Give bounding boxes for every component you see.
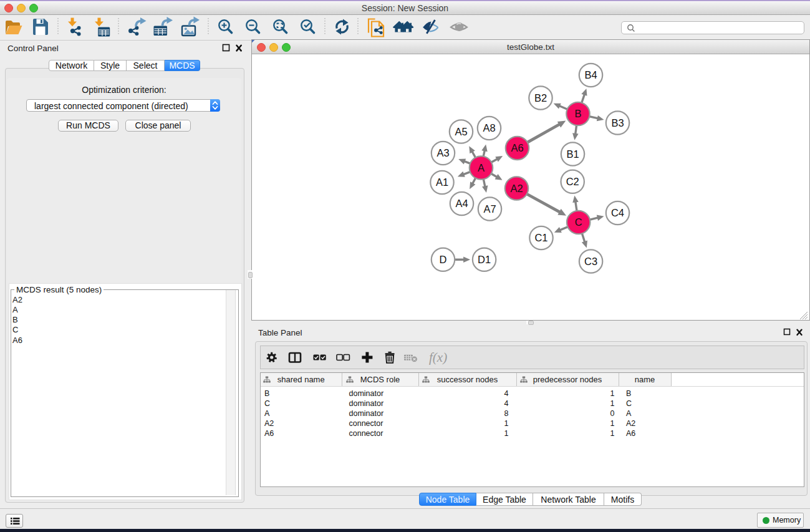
svg-text:A6: A6 <box>511 142 523 153</box>
svg-text:B4: B4 <box>584 69 597 80</box>
svg-text:B1: B1 <box>566 148 579 160</box>
svg-text:A: A <box>478 162 485 173</box>
svg-text:A4: A4 <box>455 198 468 209</box>
svg-text:C3: C3 <box>584 256 597 267</box>
svg-text:D1: D1 <box>478 254 491 265</box>
svg-text:A7: A7 <box>483 203 496 215</box>
svg-text:f(x): f(x) <box>429 350 447 365</box>
svg-text:C1: C1 <box>534 232 547 243</box>
svg-text:A3: A3 <box>436 147 449 158</box>
svg-text:D: D <box>440 254 447 265</box>
svg-text:A5: A5 <box>455 126 467 137</box>
svg-text:C2: C2 <box>566 176 579 187</box>
svg-text:C4: C4 <box>611 207 624 218</box>
svg-text:B2: B2 <box>534 92 547 104</box>
svg-text:A8: A8 <box>483 122 495 133</box>
svg-text:B: B <box>574 108 581 119</box>
svg-text:A1: A1 <box>436 177 448 188</box>
svg-text:B3: B3 <box>611 117 624 128</box>
svg-text:A2: A2 <box>510 183 523 194</box>
svg-text:C: C <box>575 216 582 228</box>
